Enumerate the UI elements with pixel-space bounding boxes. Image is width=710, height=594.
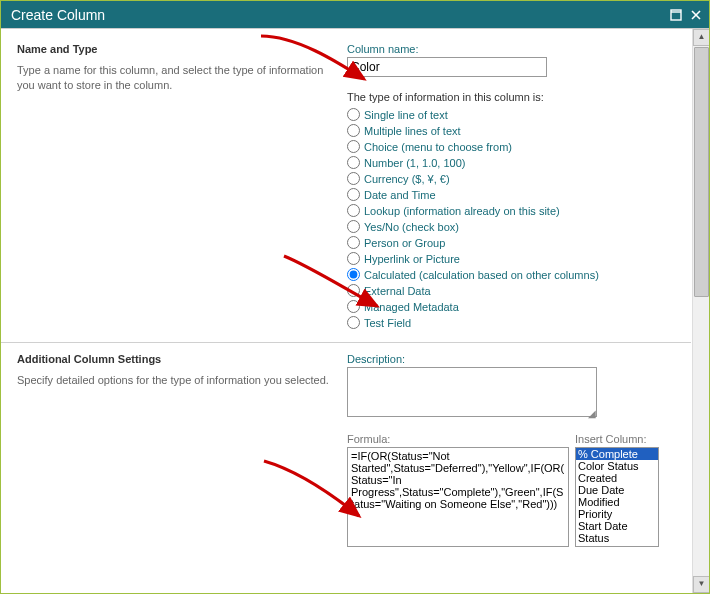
column-name-input[interactable] [347,57,547,77]
column-type-radio-list: Single line of textMultiple lines of tex… [347,107,683,330]
insert-column-option[interactable]: Modified [576,496,658,508]
radio-input[interactable] [347,300,360,313]
radio-label[interactable]: Multiple lines of text [364,125,461,137]
section-heading: Name and Type [17,43,347,55]
radio-label[interactable]: Person or Group [364,237,445,249]
insert-column-option[interactable]: Status [576,532,658,544]
column-type-option[interactable]: Yes/No (check box) [347,219,683,234]
dialog-title: Create Column [11,7,105,23]
column-type-header: The type of information in this column i… [347,91,683,103]
radio-label[interactable]: Number (1, 1.0, 100) [364,157,466,169]
radio-input[interactable] [347,188,360,201]
radio-label[interactable]: Managed Metadata [364,301,459,313]
radio-input[interactable] [347,172,360,185]
description-textarea[interactable] [347,367,597,417]
radio-label[interactable]: Date and Time [364,189,436,201]
column-type-option[interactable]: Number (1, 1.0, 100) [347,155,683,170]
close-icon[interactable] [689,8,703,22]
formula-label: Formula: [347,433,569,445]
radio-label[interactable]: Lookup (information already on this site… [364,205,560,217]
column-type-option[interactable]: Single line of text [347,107,683,122]
insert-column-option[interactable]: Priority [576,508,658,520]
insert-column-listbox[interactable]: % CompleteColor StatusCreatedDue DateMod… [575,447,659,547]
insert-column-option[interactable]: % Complete [576,448,658,460]
radio-input[interactable] [347,140,360,153]
radio-label[interactable]: Hyperlink or Picture [364,253,460,265]
column-type-option[interactable]: Currency ($, ¥, €) [347,171,683,186]
radio-label[interactable]: Calculated (calculation based on other c… [364,269,599,281]
dialog-titlebar: Create Column [1,1,709,29]
column-type-option[interactable]: Date and Time [347,187,683,202]
formula-textarea[interactable]: =IF(OR(Status="Not Started",Status="Defe… [347,447,569,547]
radio-input[interactable] [347,108,360,121]
radio-label[interactable]: Choice (menu to choose from) [364,141,512,153]
resize-grip-icon[interactable]: ◢ [588,410,598,420]
section-description: Type a name for this column, and select … [17,63,347,93]
column-type-option[interactable]: Lookup (information already on this site… [347,203,683,218]
radio-input[interactable] [347,124,360,137]
radio-input[interactable] [347,156,360,169]
column-type-option[interactable]: Test Field [347,315,683,330]
radio-input[interactable] [347,268,360,281]
section-name-and-type: Name and Type Type a name for this colum… [1,33,691,342]
scroll-thumb[interactable] [694,47,709,297]
radio-input[interactable] [347,252,360,265]
column-type-option[interactable]: Person or Group [347,235,683,250]
radio-input[interactable] [347,284,360,297]
section-heading: Additional Column Settings [17,353,347,365]
insert-column-label: Insert Column: [575,433,659,445]
column-name-label: Column name: [347,43,683,55]
section-description: Specify detailed options for the type of… [17,373,347,388]
maximize-icon[interactable] [669,8,683,22]
radio-label[interactable]: External Data [364,285,431,297]
column-type-option[interactable]: Choice (menu to choose from) [347,139,683,154]
insert-column-option[interactable]: Color Status [576,460,658,472]
insert-column-option[interactable]: Created [576,472,658,484]
description-label: Description: [347,353,683,365]
section-additional-settings: Additional Column Settings Specify detai… [1,342,691,561]
insert-column-option[interactable]: Due Date [576,484,658,496]
dialog-body: Name and Type Type a name for this colum… [1,29,691,593]
dialog-scrollbar[interactable]: ▲ ▼ [692,29,709,593]
column-type-option[interactable]: Managed Metadata [347,299,683,314]
radio-input[interactable] [347,220,360,233]
column-type-option[interactable]: Hyperlink or Picture [347,251,683,266]
column-type-option[interactable]: External Data [347,283,683,298]
radio-label[interactable]: Yes/No (check box) [364,221,459,233]
radio-input[interactable] [347,316,360,329]
column-type-option[interactable]: Calculated (calculation based on other c… [347,267,683,282]
radio-label[interactable]: Single line of text [364,109,448,121]
radio-label[interactable]: Test Field [364,317,411,329]
scroll-down-icon[interactable]: ▼ [693,576,710,593]
radio-input[interactable] [347,236,360,249]
column-type-option[interactable]: Multiple lines of text [347,123,683,138]
insert-column-option[interactable]: Start Date [576,520,658,532]
scroll-up-icon[interactable]: ▲ [693,29,710,46]
radio-input[interactable] [347,204,360,217]
radio-label[interactable]: Currency ($, ¥, €) [364,173,450,185]
